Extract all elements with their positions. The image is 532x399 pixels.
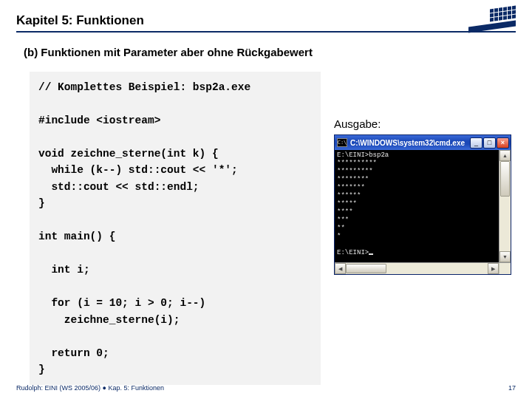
scroll-corner	[499, 263, 511, 274]
scroll-left-button[interactable]: ◀	[335, 263, 346, 274]
slide-header: Kapitel 5: Funktionen	[16, 13, 516, 33]
scroll-track[interactable]	[346, 263, 488, 274]
out-line: *********	[337, 168, 373, 175]
logo-icon	[468, 9, 516, 31]
code-block: // Komplettes Beispiel: bsp2a.exe #inclu…	[30, 72, 321, 385]
out-line: *	[337, 233, 341, 240]
vertical-scrollbar[interactable]: ▲ ▼	[499, 150, 511, 262]
close-button[interactable]: ×	[497, 137, 509, 149]
subsection-heading: (b) Funktionen mit Parameter aber ohne R…	[24, 46, 516, 58]
footer: Rudolph: EINI (WS 2005/06) ● Kap. 5: Fun…	[16, 384, 516, 392]
page-number: 17	[508, 384, 516, 392]
cmd-icon: C:\	[337, 138, 347, 147]
out-line: ***	[337, 216, 349, 224]
out-line: **********	[337, 160, 377, 167]
content-row: // Komplettes Beispiel: bsp2a.exe #inclu…	[30, 72, 511, 385]
out-line: **	[337, 225, 345, 232]
out-line: *******	[337, 184, 365, 191]
typed-command: bsp2a	[369, 151, 389, 159]
scroll-track[interactable]	[499, 161, 511, 251]
scroll-thumb[interactable]	[346, 264, 386, 273]
output-column: Ausgabe: C:\ C:\WINDOWS\system32\cmd.exe…	[334, 72, 511, 385]
slide: Kapitel 5: Funktionen (b) Funktionen mit…	[0, 0, 532, 399]
out-line: ******	[337, 192, 361, 200]
minimize-button[interactable]: _	[470, 137, 482, 149]
prompt: E:\EINI>	[337, 151, 369, 159]
scroll-thumb[interactable]	[500, 161, 510, 197]
cmd-body: E:\EINI>bsp2a ********** ********* *****…	[335, 150, 511, 262]
cmd-window: C:\ C:\WINDOWS\system32\cmd.exe _ □ × E:…	[334, 134, 511, 275]
scroll-right-button[interactable]: ▶	[488, 263, 499, 274]
chapter-title: Kapitel 5: Funktionen	[16, 13, 516, 31]
scroll-down-button[interactable]: ▼	[499, 251, 511, 262]
window-title: C:\WINDOWS\system32\cmd.exe	[350, 139, 467, 147]
cursor-icon	[369, 253, 373, 255]
footer-text: Rudolph: EINI (WS 2005/06) ● Kap. 5: Fun…	[16, 384, 164, 392]
out-line: *****	[337, 200, 357, 208]
out-line: ********	[337, 176, 369, 183]
maximize-button[interactable]: □	[483, 137, 496, 149]
header-rule	[16, 31, 516, 33]
horizontal-scrollbar[interactable]: ◀ ▶	[335, 262, 511, 274]
output-label: Ausgabe:	[334, 117, 511, 130]
titlebar: C:\ C:\WINDOWS\system32\cmd.exe _ □ ×	[335, 135, 511, 150]
cmd-output: E:\EINI>bsp2a ********** ********* *****…	[335, 150, 499, 262]
out-line: ****	[337, 208, 353, 216]
window-buttons: _ □ ×	[470, 137, 509, 149]
scroll-up-button[interactable]: ▲	[499, 150, 511, 161]
prompt: E:\EINI>	[337, 249, 369, 256]
